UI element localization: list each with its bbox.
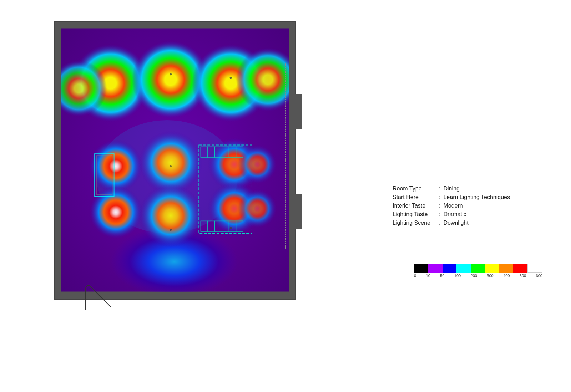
room-visualization [54, 21, 296, 300]
lighting-taste-colon: : [439, 211, 440, 218]
scale-label-100: 100 [454, 274, 461, 278]
start-here-label: Start Here [393, 194, 439, 200]
dashed-line [286, 63, 286, 249]
scale-label-200: 200 [471, 274, 477, 278]
interior-taste-colon: : [439, 203, 440, 209]
scale-label-500: 500 [520, 274, 526, 278]
svg-point-34 [230, 227, 232, 229]
scale-label-300: 300 [487, 274, 493, 278]
scale-green [471, 264, 485, 273]
lighting-scene-colon: : [439, 220, 440, 226]
scale-yellow [485, 264, 499, 273]
start-here-colon: : [439, 194, 440, 200]
lighting-scene-value: Downlight [443, 220, 468, 226]
main-container: Room Type : Dining Start Here : Learn Li… [0, 0, 571, 392]
lighting-scene-row: Lighting Scene : Downlight [393, 220, 542, 226]
svg-point-33 [170, 229, 172, 231]
lighting-taste-row: Lighting Taste : Dramatic [393, 211, 542, 218]
scale-label-10: 10 [426, 274, 430, 278]
scale-cyan [456, 264, 471, 273]
door-arc [82, 285, 114, 314]
right-column-1 [295, 94, 302, 129]
room-type-colon: : [439, 185, 440, 192]
start-here-value: Learn Lighting Techniques [443, 194, 510, 200]
interior-taste-label: Interior Taste [393, 203, 439, 209]
room-inner [61, 28, 289, 292]
scale-black [414, 264, 428, 273]
svg-point-11 [139, 184, 202, 247]
scale-label-600: 600 [536, 274, 542, 278]
svg-point-9 [89, 185, 142, 239]
svg-point-15 [238, 189, 277, 228]
scale-purple [428, 264, 443, 273]
room-type-value: Dining [443, 185, 459, 192]
lighting-taste-value: Dramatic [443, 211, 466, 218]
start-here-row: Start Here : Learn Lighting Techniques [393, 194, 542, 200]
room-type-row: Room Type : Dining [393, 185, 542, 192]
interior-taste-row: Interior Taste : Modern [393, 203, 542, 209]
info-panel: Room Type : Dining Start Here : Learn Li… [393, 185, 542, 228]
svg-point-13 [238, 145, 277, 184]
room-type-label: Room Type [393, 185, 439, 192]
scale-white [527, 264, 542, 273]
room-outer [54, 21, 296, 300]
right-column-2 [295, 194, 302, 229]
scale-label-400: 400 [503, 274, 510, 278]
scale-label-50: 50 [440, 274, 444, 278]
scale-orange [499, 264, 514, 273]
lighting-scene-label: Lighting Scene [393, 220, 439, 226]
scale-blue [443, 264, 457, 273]
svg-point-32 [230, 77, 232, 79]
color-scale-container: 0 10 50 100 200 300 400 500 600 [414, 264, 542, 278]
color-scale-bar [414, 264, 542, 273]
scale-labels: 0 10 50 100 200 300 400 500 600 [414, 274, 542, 278]
svg-point-31 [170, 73, 172, 75]
heatmap-svg [61, 28, 289, 292]
scale-label-0: 0 [414, 274, 416, 278]
lighting-taste-label: Lighting Taste [393, 211, 439, 218]
svg-point-35 [170, 165, 172, 167]
interior-taste-value: Modern [443, 203, 463, 209]
svg-point-8 [89, 140, 142, 193]
scale-red [513, 264, 527, 273]
